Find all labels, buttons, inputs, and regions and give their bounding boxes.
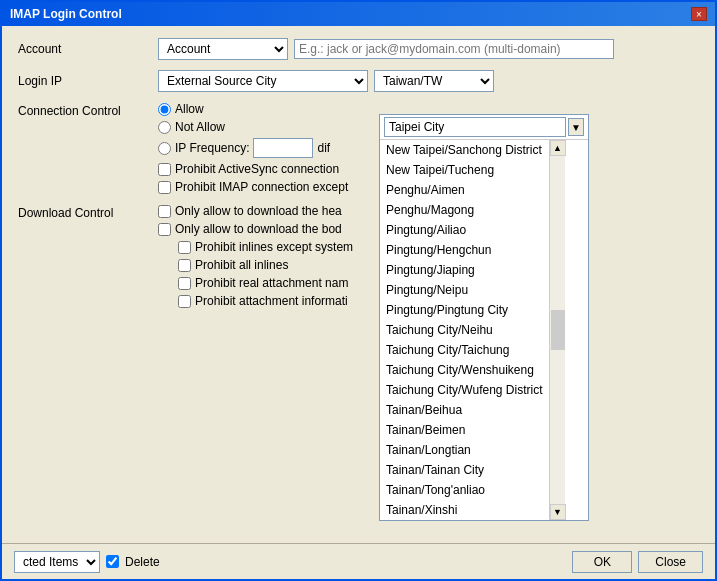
download-header-label: Only allow to download the hea — [175, 204, 342, 218]
prohibit-all-inlines-checkbox[interactable] — [178, 259, 191, 272]
prohibit-imap-checkbox[interactable] — [158, 181, 171, 194]
prohibit-activesync-label: Prohibit ActiveSync connection — [175, 162, 339, 176]
prohibit-all-inlines-label: Prohibit all inlines — [195, 258, 288, 272]
window-close-button[interactable]: × — [691, 7, 707, 21]
scroll-thumb — [551, 310, 565, 350]
list-item[interactable]: Penghu/Aimen — [380, 180, 549, 200]
account-label: Account — [18, 42, 148, 56]
ip-frequency-suffix: dif — [317, 141, 330, 155]
login-ip-label: Login IP — [18, 74, 148, 88]
list-item[interactable]: Tainan/Tainan City — [380, 460, 549, 480]
scroll-down-button[interactable]: ▼ — [550, 504, 566, 520]
selected-items-select[interactable]: cted Items — [14, 551, 100, 573]
prohibit-imap-label: Prohibit IMAP connection except — [175, 180, 348, 194]
download-body-label: Only allow to download the bod — [175, 222, 342, 236]
scrollbar[interactable]: ▲ ▼ — [549, 140, 565, 520]
list-item[interactable]: Pingtung/Jiaping — [380, 260, 549, 280]
email-input[interactable] — [294, 39, 614, 59]
list-item[interactable]: Taichung City/Wufeng District — [380, 380, 549, 400]
prohibit-attachment-info-checkbox[interactable] — [178, 295, 191, 308]
list-item[interactable]: New Taipei/Sanchong District — [380, 140, 549, 160]
ip-frequency-row: IP Frequency: dif — [158, 138, 348, 158]
list-item[interactable]: Pingtung/Neipu — [380, 280, 549, 300]
imap-login-control-window: IMAP Login Control × Account Account Log… — [0, 0, 717, 581]
list-item[interactable]: Tainan/Tong'anliao — [380, 480, 549, 500]
list-item[interactable]: Pingtung/Ailiao — [380, 220, 549, 240]
not-allow-radio-row: Not Allow — [158, 120, 348, 134]
allow-radio[interactable] — [158, 103, 171, 116]
prohibit-attachment-info-row: Prohibit attachment informati — [178, 294, 353, 308]
ip-frequency-input[interactable] — [253, 138, 313, 158]
dropdown-header: ▼ — [380, 115, 588, 140]
list-item[interactable]: New Taipei/Tucheng — [380, 160, 549, 180]
list-item[interactable]: Tainan/Beimen — [380, 420, 549, 440]
bottom-left: cted Items Delete — [14, 551, 160, 573]
list-item[interactable]: Taichung City/Neihu — [380, 320, 549, 340]
bottom-bar: cted Items Delete OK Close — [2, 543, 715, 579]
download-control-row: Download Control Only allow to download … — [18, 204, 699, 308]
city-dropdown-overlay: ▼ New Taipei/Sanchong DistrictNew Taipei… — [379, 114, 589, 521]
download-body-checkbox[interactable] — [158, 223, 171, 236]
dropdown-list[interactable]: New Taipei/Sanchong DistrictNew Taipei/T… — [380, 140, 549, 520]
connection-control-row: Connection Control Allow Not Allow IP Fr… — [18, 102, 699, 194]
list-item[interactable]: Taichung City/Wenshuikeng — [380, 360, 549, 380]
account-row: Account Account — [18, 38, 699, 60]
download-body-row: Only allow to download the bod — [158, 222, 353, 236]
prohibit-inlines-system-checkbox[interactable] — [178, 241, 191, 254]
login-ip-select[interactable]: External Source City — [158, 70, 368, 92]
login-ip-row: Login IP External Source City Taiwan/TW — [18, 70, 699, 92]
connection-control-content: Allow Not Allow IP Frequency: dif Prohib… — [158, 102, 348, 194]
connection-control-label: Connection Control — [18, 102, 148, 118]
main-content: Account Account Login IP External Source… — [2, 26, 715, 543]
scroll-up-button[interactable]: ▲ — [550, 140, 566, 156]
account-control: Account — [158, 38, 614, 60]
list-item[interactable]: Tainan/Longtian — [380, 440, 549, 460]
window-title: IMAP Login Control — [10, 7, 122, 21]
list-item[interactable]: Penghu/Magong — [380, 200, 549, 220]
prohibit-attachment-info-label: Prohibit attachment informati — [195, 294, 348, 308]
close-button[interactable]: Close — [638, 551, 703, 573]
dropdown-search-input[interactable] — [384, 117, 566, 137]
prohibit-real-attachment-checkbox[interactable] — [178, 277, 191, 290]
prohibit-inlines-system-row: Prohibit inlines except system — [178, 240, 353, 254]
download-header-row: Only allow to download the hea — [158, 204, 353, 218]
list-item[interactable]: Tainan/Beihua — [380, 400, 549, 420]
list-item[interactable]: Tainan/Xinshi — [380, 500, 549, 520]
ip-frequency-label: IP Frequency: — [175, 141, 249, 155]
prohibit-inlines-system-label: Prohibit inlines except system — [195, 240, 353, 254]
ip-frequency-radio[interactable] — [158, 142, 171, 155]
dropdown-toggle-button[interactable]: ▼ — [568, 118, 584, 136]
prohibit-activesync-row: Prohibit ActiveSync connection — [158, 162, 348, 176]
prohibit-real-attachment-label: Prohibit real attachment nam — [195, 276, 348, 290]
prohibit-real-attachment-row: Prohibit real attachment nam — [178, 276, 353, 290]
allow-radio-row: Allow — [158, 102, 348, 116]
prohibit-imap-row: Prohibit IMAP connection except — [158, 180, 348, 194]
prohibit-activesync-checkbox[interactable] — [158, 163, 171, 176]
allow-label: Allow — [175, 102, 204, 116]
not-allow-radio[interactable] — [158, 121, 171, 134]
taiwan-select[interactable]: Taiwan/TW — [374, 70, 494, 92]
download-control-content: Only allow to download the hea Only allo… — [158, 204, 353, 308]
ok-button[interactable]: OK — [572, 551, 632, 573]
download-control-label: Download Control — [18, 204, 148, 220]
account-select[interactable]: Account — [158, 38, 288, 60]
prohibit-all-inlines-row: Prohibit all inlines — [178, 258, 353, 272]
title-bar: IMAP Login Control × — [2, 2, 715, 26]
login-ip-control: External Source City Taiwan/TW — [158, 70, 494, 92]
delete-label: Delete — [125, 555, 160, 569]
delete-checkbox[interactable] — [106, 555, 119, 568]
bottom-right: OK Close — [572, 551, 703, 573]
list-item[interactable]: Pingtung/Hengchun — [380, 240, 549, 260]
not-allow-label: Not Allow — [175, 120, 225, 134]
list-item[interactable]: Taichung City/Taichung — [380, 340, 549, 360]
list-item[interactable]: Pingtung/Pingtung City — [380, 300, 549, 320]
download-header-checkbox[interactable] — [158, 205, 171, 218]
